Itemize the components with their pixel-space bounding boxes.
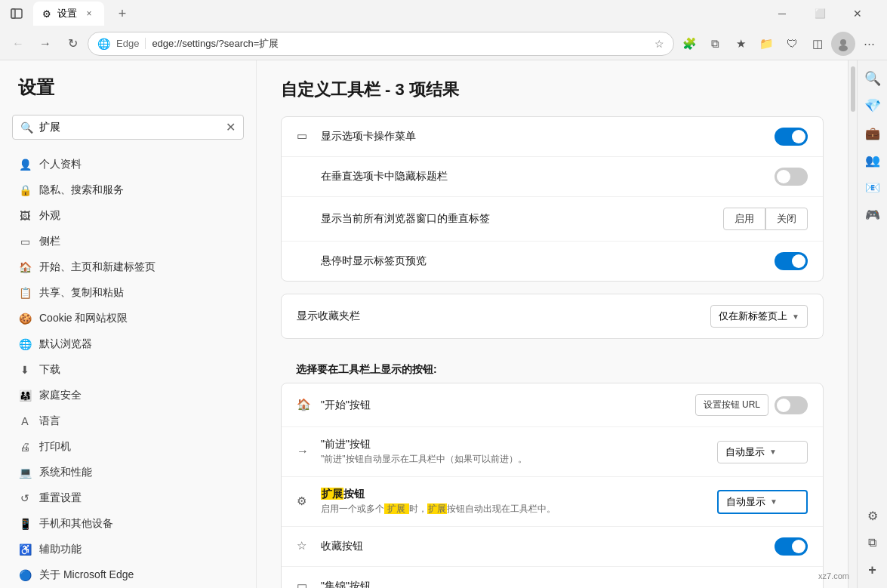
nav-toolbar-icons: 🧩 ⧉ ★ 📁 🛡 ◫ ⋯ [677,32,881,56]
favorites-bar-dropdown[interactable]: 仅在新标签页上 ▼ [710,305,808,328]
collections-btn[interactable]: 📁 [754,32,778,56]
address-bar[interactable]: 🌐 Edge edge://settings/?search=扩展 ☆ [88,32,674,56]
nav-item-5[interactable]: 📋共享、复制和粘贴 [0,280,256,306]
nav-item-icon-8: ⬇ [18,363,32,377]
nav-item-icon-7: 🌐 [18,337,32,351]
nav-item-6[interactable]: 🍪Cookie 和网站权限 [0,306,256,331]
nav-item-2[interactable]: 🖼外观 [0,203,256,229]
nav-item-7[interactable]: 🌐默认浏览器 [0,331,256,357]
edge-brand-label: Edge [116,38,146,49]
extensions-icon-btn[interactable]: 🧩 [677,32,701,56]
sidebar-bing-btn[interactable]: 💎 [861,94,885,118]
nav-item-15[interactable]: ♿辅助功能 [0,537,256,562]
nav-item-icon-16: 🔵 [18,568,32,582]
hide-title-bar-toggle[interactable] [775,168,808,186]
sidebar-customize-btn[interactable]: ⚙ [861,503,885,528]
close-window-button[interactable]: ✕ [840,2,875,25]
nav-item-0[interactable]: 👤个人资料 [0,152,256,177]
nav-item-icon-12: 💻 [18,466,32,479]
forward-button-row: → "前进"按钮 "前进"按钮自动显示在工具栏中（如果可以前进）。 自动显示 ▼ [282,427,823,477]
nav-item-icon-0: 👤 [18,158,32,171]
sidebar-btn[interactable]: ◫ [805,32,830,56]
favorites-btn[interactable]: ★ [728,32,753,56]
nav-item-label-2: 外观 [39,209,60,223]
disable-vertical-tabs-btn[interactable]: 关闭 [765,208,808,230]
vertical-tabs-buttons: 启用 关闭 [723,208,808,230]
setup-url-button[interactable]: 设置按钮 URL [695,394,768,416]
favorites-bar-card: 显示收藏夹栏 仅在新标签页上 ▼ [281,294,824,339]
forward-dropdown-value: 自动显示 [725,445,765,459]
search-input[interactable] [39,122,220,134]
search-clear-icon[interactable]: ✕ [226,120,236,134]
nav-item-icon-6: 🍪 [18,312,32,325]
nav-item-4[interactable]: 🏠开始、主页和新建标签页 [0,254,256,280]
nav-item-16[interactable]: 🔵关于 Microsoft Edge [0,562,256,588]
nav-item-icon-11: 🖨 [18,440,32,454]
nav-item-10[interactable]: A语言 [0,408,256,434]
forward-button[interactable]: → [33,32,57,56]
settings-container: 设置 🔍 ✕ 👤个人资料🔒隐私、搜索和服务🖼外观▭侧栏🏠开始、主页和新建标签页📋… [0,60,848,588]
sidebar-briefcase-btn[interactable]: 💼 [861,121,885,145]
nav-item-8[interactable]: ⬇下载 [0,357,256,383]
refresh-button[interactable]: ↻ [60,32,85,56]
nav-item-icon-10: A [18,414,32,428]
sidebar-expand-btn[interactable]: ⧉ [861,531,885,555]
scrollbar-thumb[interactable] [851,66,855,112]
hide-title-bar-label: 在垂直选项卡中隐藏标题栏 [321,170,775,183]
sidebar-search-btn[interactable]: 🔍 [861,66,885,91]
forward-button-dropdown[interactable]: 自动显示 ▼ [717,441,808,463]
hover-preview-row: 悬停时显示标签页预览 [282,242,823,281]
search-box[interactable]: 🔍 ✕ [12,115,244,140]
extensions-button-label: 扩展按钮 [321,488,717,501]
split-screen-btn[interactable]: ⧉ [703,32,727,56]
page-title: 自定义工具栏 - 3 项结果 [281,79,824,101]
tab-settings-label: 设置 [57,7,77,20]
sidebar-games-btn[interactable]: 🎮 [861,202,885,226]
forward-icon: → [297,445,312,460]
settings-tab[interactable]: ⚙ 设置 × [33,2,104,26]
tab-actions-icon: ▭ [297,129,312,144]
title-bar: ⚙ 设置 × + ─ ⬜ ✕ [0,0,887,27]
profile-button[interactable] [831,32,855,56]
nav-item-label-14: 手机和其他设备 [39,517,113,531]
address-text: edge://settings/?search=扩展 [152,37,648,51]
nav-item-11[interactable]: 🖨打印机 [0,434,256,460]
nav-item-icon-5: 📋 [18,286,32,300]
tab-settings-card: ▭ 显示选项卡操作菜单 在垂直选项卡中隐藏标题栏 [281,116,824,282]
favorites-button-row: ☆ 收藏按钮 [282,527,823,567]
new-tab-button[interactable]: + [110,2,134,26]
toolbar-buttons-card: 🏠 "开始"按钮 设置按钮 URL → "前进"按钮 "前进"按钮 [281,383,824,588]
minimize-button[interactable]: ─ [765,2,799,25]
sidebar-people-btn[interactable]: 👥 [861,148,885,172]
tab-close-button[interactable]: × [83,8,95,20]
nav-item-14[interactable]: 📱手机和其他设备 [0,511,256,537]
favorites-button-toggle[interactable] [775,537,808,556]
toolbar-buttons-section-title: 选择要在工具栏上显示的按钮: [281,351,824,383]
nav-item-13[interactable]: ↺重置设置 [0,485,256,511]
extensions-button-sublabel: 启用一个或多个 扩展 时，扩展按钮自动出现在工具栏中。 [321,503,717,516]
nav-item-3[interactable]: ▭侧栏 [0,229,256,254]
star-icon[interactable]: ☆ [654,38,664,50]
show-tab-actions-toggle[interactable] [775,128,808,146]
show-tab-actions-label: 显示选项卡操作菜单 [321,130,775,143]
settings-more-btn[interactable]: ⋯ [857,32,881,56]
nav-item-label-9: 家庭安全 [39,389,82,402]
collections-button-row: ▭ "集锦"按钮 [282,567,823,588]
hover-preview-toggle[interactable] [775,252,808,270]
maximize-button[interactable]: ⬜ [802,2,837,25]
nav-item-12[interactable]: 💻系统和性能 [0,460,256,485]
nav-item-label-7: 默认浏览器 [39,337,92,351]
browser-essentials-btn[interactable]: 🛡 [780,32,804,56]
nav-item-1[interactable]: 🔒隐私、搜索和服务 [0,177,256,203]
extensions-button-dropdown[interactable]: 自动显示 ▼ [717,490,808,514]
window-control-sidebar[interactable] [6,3,27,24]
edge-favicon: 🌐 [97,38,110,50]
home-button-label: "开始"按钮 [321,399,695,412]
home-button-toggle[interactable] [775,396,808,414]
nav-item-icon-3: ▭ [18,235,32,248]
sidebar-add-btn[interactable]: + [861,558,885,582]
nav-item-9[interactable]: 👨‍👩‍👧家庭安全 [0,383,256,408]
back-button[interactable]: ← [6,32,30,56]
sidebar-outlook-btn[interactable]: 📧 [861,175,885,199]
enable-vertical-tabs-btn[interactable]: 启用 [723,208,765,230]
